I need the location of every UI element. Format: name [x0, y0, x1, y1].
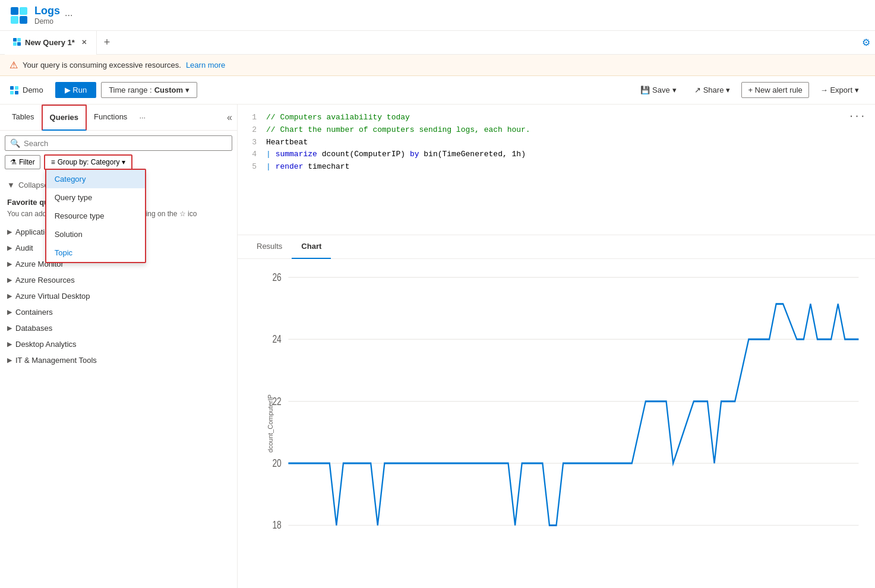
header-more-button[interactable]: ···: [65, 10, 72, 21]
warning-banner: ⚠ Your query is consuming excessive reso…: [0, 55, 875, 76]
export-chevron: ▾: [855, 86, 859, 94]
svg-rect-9: [15, 86, 18, 90]
right-panel: ··· 1 // Computers availability today 2 …: [238, 105, 875, 588]
learn-more-link[interactable]: Learn more: [186, 61, 225, 69]
sidebar-controls: 🔍 ⚗ Filter ≡ Group by: Category ▾: [0, 131, 237, 175]
category-arrow: ▶: [7, 276, 12, 284]
sidebar-collapse-button[interactable]: «: [227, 112, 232, 123]
svg-rect-11: [15, 91, 18, 94]
category-label: Desktop Analytics: [15, 340, 77, 349]
category-item-desktop-analytics[interactable]: ▶ Desktop Analytics: [5, 336, 232, 352]
time-range-prefix: Time range :: [109, 86, 152, 94]
save-icon: 💾: [640, 86, 650, 94]
results-tabs: Results Chart: [238, 235, 875, 259]
group-by-label: Group by: Category: [58, 158, 120, 166]
tab-label: New Query 1*: [25, 38, 75, 47]
search-icon: 🔍: [10, 138, 20, 148]
dropdown-item-solution[interactable]: Solution: [46, 225, 145, 244]
time-range-button[interactable]: Time range : Custom ▾: [101, 82, 197, 98]
share-label: Share: [703, 86, 724, 94]
svg-rect-6: [13, 42, 17, 46]
scope-label: Demo: [23, 86, 43, 94]
chart-area: dcount_ComputerIP 26 24 22 20 18: [238, 259, 875, 588]
svg-rect-4: [13, 38, 17, 42]
sidebar-tab-tables[interactable]: Tables: [5, 105, 42, 131]
code-line-4: 4 | summarize dcount(ComputerIP) by bin(…: [247, 148, 865, 161]
warning-icon: ⚠: [10, 59, 18, 71]
category-arrow: ▶: [7, 260, 12, 268]
export-label: → Export: [820, 86, 852, 94]
app-title-block: Logs Demo: [34, 5, 60, 26]
code-line-2: 2 // Chart the number of computers sendi…: [247, 124, 865, 137]
export-button[interactable]: → Export ▾: [814, 82, 865, 98]
tab-new-query[interactable]: New Query 1* ✕: [5, 31, 97, 55]
save-button[interactable]: 💾 Save ▾: [634, 82, 683, 98]
search-box: 🔍: [5, 135, 232, 151]
share-button[interactable]: ↗ Share ▾: [688, 82, 737, 98]
results-area: Results Chart dcount_ComputerIP 26: [238, 235, 875, 588]
svg-text:24: 24: [272, 334, 282, 345]
svg-rect-10: [10, 91, 14, 94]
results-tab-chart[interactable]: Chart: [292, 235, 331, 259]
save-label: Save: [652, 86, 670, 94]
svg-rect-5: [17, 38, 21, 42]
dropdown-item-topic[interactable]: Topic: [46, 244, 145, 262]
category-item-azure-virtual-desktop[interactable]: ▶ Azure Virtual Desktop: [5, 288, 232, 304]
code-editor[interactable]: ··· 1 // Computers availability today 2 …: [238, 105, 875, 235]
sidebar-tabs: Tables Queries Functions ··· «: [0, 105, 237, 131]
time-range-chevron: ▾: [185, 86, 189, 94]
svg-text:18: 18: [272, 520, 282, 531]
save-chevron: ▾: [672, 86, 677, 94]
search-input[interactable]: [24, 139, 227, 148]
svg-rect-2: [11, 16, 18, 24]
category-arrow: ▶: [7, 356, 12, 364]
category-label: Audit: [15, 244, 33, 252]
sidebar-tab-queries[interactable]: Queries: [42, 105, 87, 131]
category-arrow: ▶: [7, 308, 12, 316]
results-tab-results[interactable]: Results: [247, 235, 292, 259]
dropdown-item-resource-type[interactable]: Resource type: [46, 207, 145, 225]
category-arrow: ▶: [7, 292, 12, 300]
editor-ellipsis[interactable]: ···: [848, 109, 865, 125]
category-arrow: ▶: [7, 340, 12, 348]
group-by-button[interactable]: ≡ Group by: Category ▾: [45, 156, 132, 169]
filter-icon: ⚗: [10, 158, 17, 166]
category-arrow: ▶: [7, 244, 12, 252]
tab-add-button[interactable]: +: [97, 31, 118, 55]
category-item-databases[interactable]: ▶ Databases: [5, 320, 232, 336]
new-alert-button[interactable]: + New alert rule: [741, 82, 808, 98]
filter-row: ⚗ Filter ≡ Group by: Category ▾ Category…: [5, 154, 232, 170]
tab-bar: New Query 1* ✕ + ⚙: [0, 31, 875, 55]
category-arrow: ▶: [7, 228, 12, 236]
category-arrow: ▶: [7, 324, 12, 332]
code-line-1: 1 // Computers availability today: [247, 112, 865, 124]
category-label: Containers: [15, 308, 53, 317]
collapse-icon: ▼: [7, 181, 15, 189]
run-button[interactable]: ▶ Run: [55, 82, 96, 98]
category-item-azure-resources[interactable]: ▶ Azure Resources: [5, 272, 232, 288]
code-line-5: 5 | render timechart: [247, 161, 865, 173]
tab-close-button[interactable]: ✕: [80, 38, 89, 48]
main-content: Tables Queries Functions ··· « 🔍 ⚗ Filte…: [0, 105, 875, 588]
toolbar-scope: Demo: [10, 86, 43, 95]
filter-button[interactable]: ⚗ Filter: [5, 155, 40, 169]
group-by-dropdown: Category Query type Resource type Soluti…: [45, 169, 146, 263]
sidebar-more-button[interactable]: ···: [139, 113, 146, 122]
tab-corner-icon[interactable]: ⚙: [862, 37, 870, 48]
sidebar-tab-functions[interactable]: Functions: [87, 105, 134, 131]
code-line-3: 3 Heartbeat: [247, 137, 865, 149]
y-axis-label: dcount_ComputerIP: [267, 394, 274, 453]
svg-text:20: 20: [272, 457, 282, 469]
app-logo: [10, 6, 29, 25]
category-item-containers[interactable]: ▶ Containers: [5, 304, 232, 320]
group-by-wrapper: ≡ Group by: Category ▾ Category Query ty…: [44, 154, 133, 170]
dropdown-item-query-type[interactable]: Query type: [46, 188, 145, 207]
category-item-it-management[interactable]: ▶ IT & Management Tools: [5, 352, 232, 368]
toolbar: Demo ▶ Run Time range : Custom ▾ 💾 Save …: [0, 76, 875, 105]
time-range-value: Custom: [154, 86, 183, 94]
warning-text: Your query is consuming excessive resour…: [23, 61, 181, 69]
dropdown-item-category[interactable]: Category: [46, 170, 145, 188]
svg-rect-3: [20, 16, 27, 24]
group-by-icon: ≡: [51, 158, 55, 166]
tab-icon: [12, 37, 21, 48]
